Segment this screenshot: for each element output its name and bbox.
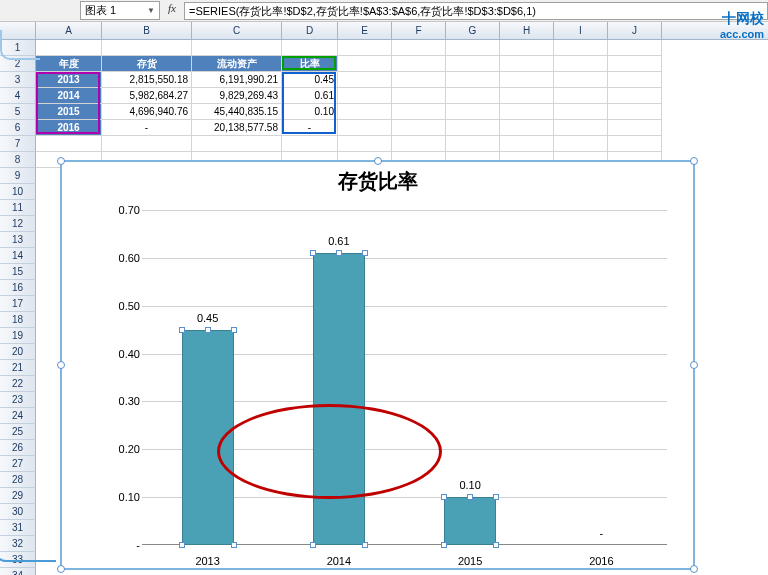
annotation-ellipse[interactable]	[217, 404, 442, 499]
decoration-swoosh-top	[0, 30, 40, 60]
plot-area[interactable]: -0.100.200.300.400.500.600.70 0.4520130.…	[142, 210, 667, 545]
gridline	[142, 210, 667, 211]
y-tick-label: 0.10	[100, 491, 140, 503]
row-header[interactable]: 34	[0, 568, 36, 575]
y-tick-label: 0.70	[100, 204, 140, 216]
row-header[interactable]: 6	[0, 120, 36, 136]
x-category-label: 2015	[458, 555, 482, 567]
row-header[interactable]: 11	[0, 200, 36, 216]
table-header-inventory[interactable]: 存货	[102, 56, 192, 72]
row-header[interactable]: 26	[0, 440, 36, 456]
col-header-D[interactable]: D	[282, 22, 338, 39]
gridline	[142, 258, 667, 259]
y-tick-label: 0.20	[100, 443, 140, 455]
bar-data-label: -	[571, 527, 631, 539]
cell-inventory[interactable]: 2,815,550.18	[102, 72, 192, 88]
table-row: 2015 4,696,940.76 45,440,835.15 0.10	[36, 104, 768, 120]
column-headers: A B C D E F G H I J	[0, 22, 768, 40]
fx-button[interactable]: fx	[163, 2, 181, 20]
col-header-J[interactable]: J	[608, 22, 662, 39]
cell-year[interactable]: 2016	[36, 120, 102, 136]
x-category-label: 2013	[195, 555, 219, 567]
row-header[interactable]: 18	[0, 312, 36, 328]
formula-input[interactable]: =SERIES(存货比率!$D$2,存货比率!$A$3:$A$6,存货比率!$D…	[184, 2, 768, 20]
x-category-label: 2014	[327, 555, 351, 567]
bar-data-label: 0.61	[309, 235, 369, 247]
col-header-E[interactable]: E	[338, 22, 392, 39]
row-headers: 1234567891011121314151617181920212223242…	[0, 40, 36, 575]
cell-inventory[interactable]: -	[102, 120, 192, 136]
col-header-A[interactable]: A	[36, 22, 102, 39]
col-header-B[interactable]: B	[102, 22, 192, 39]
row-header[interactable]: 23	[0, 392, 36, 408]
name-box[interactable]: 图表 1	[80, 1, 160, 20]
formula-bar: 图表 1 fx =SERIES(存货比率!$D$2,存货比率!$A$3:$A$6…	[0, 0, 768, 22]
y-tick-label: 0.40	[100, 348, 140, 360]
row-header[interactable]: 10	[0, 184, 36, 200]
row-header[interactable]: 5	[0, 104, 36, 120]
cell-current-assets[interactable]: 45,440,835.15	[192, 104, 282, 120]
col-header-C[interactable]: C	[192, 22, 282, 39]
col-header-G[interactable]: G	[446, 22, 500, 39]
row-header[interactable]: 24	[0, 408, 36, 424]
table-row: 2014 5,982,684.27 9,829,269.43 0.61	[36, 88, 768, 104]
row-header[interactable]: 8	[0, 152, 36, 168]
row-header[interactable]: 17	[0, 296, 36, 312]
row-header[interactable]: 20	[0, 344, 36, 360]
col-header-F[interactable]: F	[392, 22, 446, 39]
y-axis: -0.100.200.300.400.500.600.70	[100, 210, 140, 545]
col-header-H[interactable]: H	[500, 22, 554, 39]
x-category-label: 2016	[589, 555, 613, 567]
watermark: 十网校 acc.com	[720, 10, 764, 40]
row-header[interactable]: 16	[0, 280, 36, 296]
decoration-swoosh-bottom	[0, 535, 54, 560]
row-header[interactable]: 31	[0, 520, 36, 536]
chart-title[interactable]: 存货比率	[62, 168, 693, 195]
table-header-ratio[interactable]: 比率	[282, 56, 338, 72]
cell-ratio[interactable]: 0.61	[282, 88, 338, 104]
row-header[interactable]: 3	[0, 72, 36, 88]
cell-year[interactable]: 2015	[36, 104, 102, 120]
cell-current-assets[interactable]: 9,829,269.43	[192, 88, 282, 104]
table-header-year[interactable]: 年度	[36, 56, 102, 72]
y-tick-label: 0.50	[100, 300, 140, 312]
row-header[interactable]: 7	[0, 136, 36, 152]
row-header[interactable]: 19	[0, 328, 36, 344]
cell-current-assets[interactable]: 20,138,577.58	[192, 120, 282, 136]
row-header[interactable]: 13	[0, 232, 36, 248]
cell-ratio[interactable]: -	[282, 120, 338, 136]
cell-ratio[interactable]: 0.45	[282, 72, 338, 88]
cell-inventory[interactable]: 4,696,940.76	[102, 104, 192, 120]
row-header[interactable]: 29	[0, 488, 36, 504]
cell-ratio[interactable]: 0.10	[282, 104, 338, 120]
chart-bar[interactable]	[313, 253, 365, 545]
col-header-I[interactable]: I	[554, 22, 608, 39]
row-header[interactable]: 25	[0, 424, 36, 440]
table-header-current-assets[interactable]: 流动资产	[192, 56, 282, 72]
chart-bar[interactable]	[444, 497, 496, 545]
cell-current-assets[interactable]: 6,191,990.21	[192, 72, 282, 88]
name-box-value: 图表 1	[85, 3, 116, 18]
row-header[interactable]: 28	[0, 472, 36, 488]
table-row: 2016 - 20,138,577.58 -	[36, 120, 768, 136]
y-tick-label: 0.60	[100, 252, 140, 264]
y-tick-label: 0.30	[100, 395, 140, 407]
row-header[interactable]: 12	[0, 216, 36, 232]
bar-data-label: 0.45	[178, 312, 238, 324]
y-tick-label: -	[100, 539, 140, 551]
cell-year[interactable]: 2013	[36, 72, 102, 88]
row-header[interactable]: 21	[0, 360, 36, 376]
row-header[interactable]: 22	[0, 376, 36, 392]
row-header[interactable]: 4	[0, 88, 36, 104]
row-header[interactable]: 15	[0, 264, 36, 280]
gridline	[142, 306, 667, 307]
row-header[interactable]: 14	[0, 248, 36, 264]
cell-inventory[interactable]: 5,982,684.27	[102, 88, 192, 104]
cell-year[interactable]: 2014	[36, 88, 102, 104]
row-header[interactable]: 30	[0, 504, 36, 520]
table-row: 2013 2,815,550.18 6,191,990.21 0.45	[36, 72, 768, 88]
watermark-line1: 十网校	[720, 10, 764, 28]
chart-object[interactable]: 存货比率 -0.100.200.300.400.500.600.70 0.452…	[60, 160, 695, 570]
row-header[interactable]: 27	[0, 456, 36, 472]
row-header[interactable]: 9	[0, 168, 36, 184]
